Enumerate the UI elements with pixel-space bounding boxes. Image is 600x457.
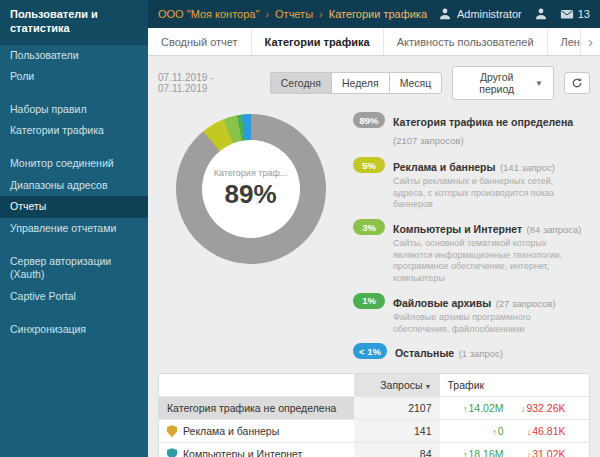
- legend-title: Реклама и баннеры: [393, 161, 495, 173]
- refresh-button[interactable]: [564, 72, 590, 94]
- topbar-right: Administrator 13: [438, 7, 590, 21]
- messages-button[interactable]: 13: [560, 7, 590, 21]
- mail-count: 13: [578, 8, 590, 20]
- report-tabs: Сводный отчет Категории трафика Активнос…: [148, 28, 600, 56]
- sort-desc-icon: ▼: [425, 383, 432, 390]
- table-header-category: [159, 374, 354, 397]
- donut-center: Категория траф... 89%: [202, 140, 300, 238]
- table-row[interactable]: Реклама и баннеры 141 046.81K: [159, 420, 590, 443]
- period-today-button[interactable]: Сегодня: [270, 72, 331, 94]
- period-week-button[interactable]: Неделя: [331, 72, 389, 94]
- legend-title: Файловые архивы: [393, 297, 491, 309]
- period-month-button[interactable]: Месяц: [389, 72, 443, 94]
- breadcrumb-reports[interactable]: Отчеты: [275, 8, 313, 20]
- legend-text: Файловые архивы (27 запросов) Файловые а…: [393, 293, 586, 335]
- breadcrumb-current-page: Категории трафика: [329, 8, 427, 20]
- chart-legend: 89% Категория трафика не определена (210…: [343, 110, 590, 361]
- legend-title: Компьютеры и Интернет: [393, 223, 522, 235]
- legend-badge: < 1%: [353, 343, 387, 359]
- category-name: Категория трафика не определена: [167, 402, 336, 414]
- legend-text: Реклама и баннеры (141 запрос) Сайты рек…: [393, 157, 586, 211]
- legend-text: Компьютеры и Интернет (84 запроса) Сайты…: [393, 219, 586, 285]
- legend-item[interactable]: 5% Реклама и баннеры (141 запрос) Сайты …: [353, 157, 586, 211]
- content: 07.11.2019 - 07.11.2019 Сегодня Неделя М…: [148, 56, 600, 457]
- legend-item[interactable]: 89% Категория трафика не определена (210…: [353, 112, 586, 149]
- tabs-scroll-right-button[interactable]: ›: [580, 28, 600, 55]
- table-header-requests[interactable]: Запросы▼: [354, 374, 440, 397]
- sidebar-nav: Пользователи Роли Наборы правил Категори…: [0, 45, 148, 341]
- sidebar-item-reports[interactable]: Отчеты: [0, 196, 148, 218]
- traffic-down-value: 46.81K: [504, 425, 566, 437]
- date-range-label: 07.11.2019 - 07.11.2019: [158, 72, 260, 94]
- donut-center-title: Категория траф...: [214, 168, 288, 178]
- other-period-dropdown[interactable]: Другой период ▼: [452, 66, 554, 100]
- mail-icon: [560, 7, 574, 21]
- table-header-row: Запросы▼ Трафик: [159, 374, 590, 397]
- table-row[interactable]: Категория трафика не определена 2107 14.…: [159, 397, 590, 420]
- sidebar-item-users[interactable]: Пользователи: [0, 45, 148, 67]
- tab-user-activity[interactable]: Активность пользователей: [384, 28, 548, 55]
- traffic-up-value: 14.02M: [448, 402, 504, 414]
- donut-wrap: Категория траф... 89%: [158, 110, 343, 264]
- sidebar-item-connection-monitor[interactable]: Монитор соединений: [0, 153, 148, 175]
- chevron-right-icon: ›: [588, 34, 593, 50]
- other-period-label: Другой период: [463, 71, 530, 95]
- sidebar-item-captive-portal[interactable]: Captive Portal: [0, 286, 148, 308]
- requests-value: 141: [354, 420, 440, 443]
- table-row[interactable]: Компьютеры и Интернет 84 18.16M31.02K: [159, 443, 590, 457]
- category-name: Реклама и баннеры: [183, 425, 279, 437]
- category-name: Компьютеры и Интернет: [183, 448, 302, 457]
- profile-icon[interactable]: [534, 7, 548, 21]
- sidebar-item-traffic-categories[interactable]: Категории трафика: [0, 120, 148, 142]
- shield-icon: [167, 448, 177, 457]
- legend-count: (141 запрос): [500, 162, 555, 173]
- legend-count: (1 запрос): [459, 348, 503, 359]
- traffic-down-value: 31.02K: [504, 448, 566, 457]
- sidebar-item-synchronization[interactable]: Синхронизация: [0, 319, 148, 341]
- shield-icon: [167, 425, 177, 437]
- tab-summary-report[interactable]: Сводный отчет: [148, 28, 252, 55]
- requests-value: 2107: [354, 397, 440, 420]
- traffic-up-value: 0: [448, 425, 504, 437]
- period-segmented-control: Сегодня Неделя Месяц: [270, 72, 443, 94]
- legend-count: (84 запроса): [527, 224, 582, 235]
- legend-item[interactable]: < 1% Остальные (1 запрос): [353, 343, 586, 361]
- chevron-down-icon: ▼: [535, 79, 543, 88]
- sidebar: Пользователи и статистика Пользователи Р…: [0, 0, 148, 457]
- period-toolbar: 07.11.2019 - 07.11.2019 Сегодня Неделя М…: [158, 66, 590, 100]
- legend-count: (2107 запросов): [393, 135, 464, 146]
- sidebar-item-report-management[interactable]: Управление отчетами: [0, 218, 148, 240]
- legend-title: Категория трафика не определена: [393, 116, 573, 128]
- current-user[interactable]: Administrator: [438, 7, 522, 21]
- legend-badge: 1%: [353, 293, 385, 309]
- legend-item[interactable]: 1% Файловые архивы (27 запросов) Файловы…: [353, 293, 586, 335]
- legend-badge: 3%: [353, 219, 385, 235]
- legend-badge: 89%: [353, 112, 385, 128]
- category-share-bar: Категория трафика не определена: [159, 397, 354, 419]
- legend-badge: 5%: [353, 157, 385, 173]
- breadcrumb-company[interactable]: ООО "Моя контора": [158, 8, 259, 20]
- legend-description: Сайты, основной тематикой которых являют…: [393, 238, 586, 285]
- app-window: Пользователи и статистика Пользователи Р…: [0, 0, 600, 457]
- sidebar-item-address-ranges[interactable]: Диапазоны адресов: [0, 175, 148, 197]
- sidebar-item-auth-server[interactable]: Сервер авторизации (Xauth): [0, 251, 148, 286]
- table-header-traffic[interactable]: Трафик: [440, 374, 590, 397]
- legend-text: Остальные (1 запрос): [395, 343, 503, 361]
- sidebar-section-header[interactable]: Пользователи и статистика: [0, 0, 148, 45]
- requests-value: 84: [354, 443, 440, 457]
- sidebar-item-rulesets[interactable]: Наборы правил: [0, 99, 148, 121]
- legend-count: (27 запросов): [496, 298, 556, 309]
- categories-table: Запросы▼ Трафик Категория трафика не опр…: [158, 373, 590, 457]
- traffic-up-value: 18.16M: [448, 448, 504, 457]
- refresh-icon: [571, 77, 583, 89]
- user-icon: [438, 7, 452, 21]
- legend-item[interactable]: 3% Компьютеры и Интернет (84 запроса) Са…: [353, 219, 586, 285]
- breadcrumb-separator-icon: ›: [265, 8, 269, 20]
- current-user-label: Administrator: [457, 8, 522, 20]
- donut-chart[interactable]: Категория траф... 89%: [176, 114, 326, 264]
- sidebar-item-roles[interactable]: Роли: [0, 66, 148, 88]
- tab-traffic-categories[interactable]: Категории трафика: [252, 28, 384, 55]
- topbar: ООО "Моя контора" › Отчеты › Категории т…: [148, 0, 600, 28]
- main-area: ООО "Моя контора" › Отчеты › Категории т…: [148, 0, 600, 457]
- legend-description: Файловые архивы программного обеспечения…: [393, 312, 586, 335]
